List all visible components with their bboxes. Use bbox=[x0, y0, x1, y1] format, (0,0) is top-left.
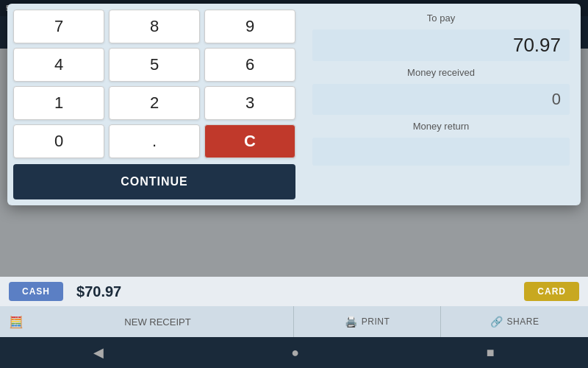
share-icon: 🔗 bbox=[490, 316, 503, 328]
footer-left: 🧮 NEW RECEIPT bbox=[0, 306, 294, 337]
footer-toolbar: 🧮 NEW RECEIPT 🖨️ PRINT 🔗 SHARE bbox=[0, 306, 588, 337]
bottom-nav: ◀ ● ■ bbox=[0, 337, 588, 368]
print-button[interactable]: 🖨️ PRINT bbox=[294, 306, 441, 337]
recents-nav-button[interactable]: ■ bbox=[472, 341, 509, 365]
continue-button[interactable]: CONTINUE bbox=[13, 164, 295, 199]
print-icon: 🖨️ bbox=[345, 316, 357, 328]
money-return-label: Money return bbox=[312, 121, 570, 132]
numpad-grid: 7 8 9 4 5 6 1 2 3 0 . C bbox=[13, 10, 295, 158]
clear-button[interactable]: C bbox=[204, 124, 295, 158]
to-pay-value: 70.97 bbox=[312, 29, 570, 61]
to-pay-label: To pay bbox=[312, 13, 570, 24]
money-received-value: 0 bbox=[312, 84, 570, 115]
num-2-button[interactable]: 2 bbox=[109, 86, 200, 120]
home-nav-button[interactable]: ● bbox=[276, 341, 314, 365]
share-button[interactable]: 🔗 SHARE bbox=[441, 306, 588, 337]
back-nav-button[interactable]: ◀ bbox=[79, 340, 118, 365]
num-0-button[interactable]: 0 bbox=[13, 124, 104, 158]
num-3-button[interactable]: 3 bbox=[204, 86, 295, 120]
share-label: SHARE bbox=[507, 316, 539, 327]
num-8-button[interactable]: 8 bbox=[109, 10, 200, 43]
num-1-button[interactable]: 1 bbox=[13, 86, 104, 120]
numpad-panel: 7 8 9 4 5 6 1 2 3 0 . C CONTINUE bbox=[7, 4, 301, 205]
print-label: PRINT bbox=[362, 316, 390, 327]
calculator-icon: 🧮 bbox=[9, 315, 24, 329]
payment-panel: To pay 70.97 Money received 0 Money retu… bbox=[301, 4, 581, 205]
payment-dialog: 7 8 9 4 5 6 1 2 3 0 . C CONTINUE To pay … bbox=[7, 4, 581, 205]
num-7-button[interactable]: 7 bbox=[13, 10, 104, 43]
cash-button[interactable]: CASH bbox=[9, 282, 63, 301]
card-button[interactable]: CARD bbox=[524, 282, 579, 301]
total-amount: $70.97 bbox=[71, 283, 127, 300]
decimal-button[interactable]: . bbox=[109, 124, 200, 158]
num-9-button[interactable]: 9 bbox=[204, 10, 295, 43]
num-5-button[interactable]: 5 bbox=[109, 48, 200, 82]
num-6-button[interactable]: 6 bbox=[204, 48, 295, 82]
new-receipt-button[interactable]: NEW RECEIPT bbox=[31, 316, 284, 328]
dialog-overlay: 7 8 9 4 5 6 1 2 3 0 . C CONTINUE To pay … bbox=[0, 0, 588, 289]
footer-right: 🖨️ PRINT 🔗 SHARE bbox=[294, 306, 588, 337]
money-return-value bbox=[312, 138, 570, 166]
action-bar: CASH $70.97 CARD bbox=[0, 277, 588, 306]
money-received-label: Money received bbox=[312, 67, 570, 78]
num-4-button[interactable]: 4 bbox=[13, 48, 104, 82]
